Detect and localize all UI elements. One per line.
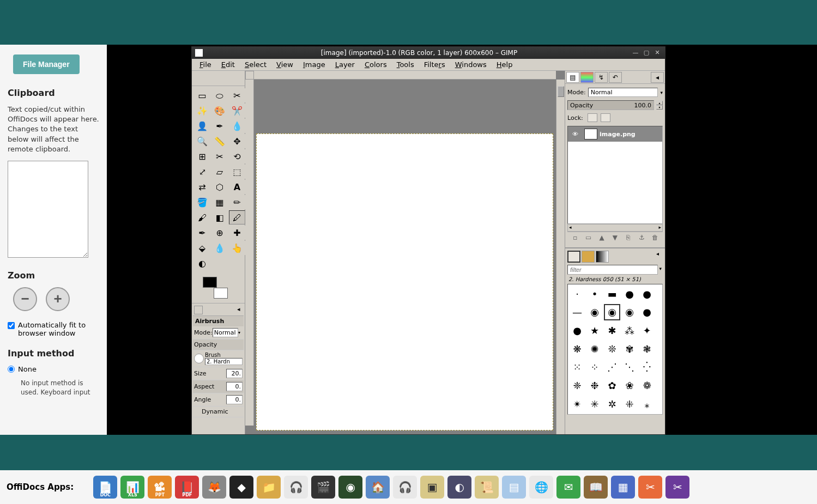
scroll-thumb-v[interactable] <box>558 86 564 97</box>
tool-airbrush[interactable]: 🖊 <box>229 210 245 224</box>
scrollbar-vertical[interactable] <box>556 80 565 434</box>
tool-free-select[interactable]: ✂ <box>229 88 245 102</box>
layers-tab-icon[interactable]: ▤ <box>566 72 579 83</box>
menu-view[interactable]: View <box>272 59 298 70</box>
brush-item[interactable]: • <box>586 286 603 302</box>
patterns-tab-icon[interactable] <box>582 251 595 263</box>
tool-measure[interactable]: 📏 <box>211 134 228 148</box>
menu-colors[interactable]: Colors <box>360 59 391 70</box>
tool-options-tab-icon[interactable] <box>194 306 203 314</box>
brush-item[interactable]: ❁ <box>639 378 655 394</box>
tool-perspective-clone[interactable]: ⬙ <box>194 241 210 255</box>
undo-tab-icon[interactable]: ↶ <box>609 72 622 83</box>
brushes-menu-icon[interactable]: ◂ <box>656 251 663 263</box>
brush-item[interactable]: ✾ <box>621 341 638 357</box>
brush-item[interactable]: ▬ <box>604 286 620 302</box>
brush-item[interactable]: ✦ <box>639 322 655 338</box>
tool-zoom[interactable]: 🔍 <box>194 134 210 148</box>
app-sweethome[interactable]: 🏠 <box>366 476 390 499</box>
app-pdf[interactable]: 📕PDF <box>175 476 199 499</box>
tool-eraser[interactable]: ◧ <box>211 210 228 224</box>
brush-item[interactable]: ✳ <box>586 396 603 412</box>
brush-item[interactable]: ❋ <box>569 341 585 357</box>
tool-brush-value[interactable]: 2. Hardn <box>205 358 243 365</box>
brush-item[interactable]: ✱ <box>604 322 620 338</box>
menu-file[interactable]: File <box>195 59 216 70</box>
brush-item[interactable]: ◉ <box>621 304 638 320</box>
app-book[interactable]: 📖 <box>584 476 608 499</box>
input-method-none-radio[interactable] <box>8 366 15 373</box>
layers-list[interactable]: 👁 image.png <box>567 126 663 224</box>
app-screenshot[interactable]: ✂ <box>638 476 662 499</box>
close-button[interactable]: ✕ <box>653 49 662 57</box>
file-manager-button[interactable]: File Manager <box>13 54 80 74</box>
tool-aspect-value[interactable]: 0. <box>226 382 243 391</box>
layers-opacity-slider[interactable]: Opacity 100.0 <box>567 100 654 110</box>
foreground-color[interactable] <box>203 277 217 288</box>
layer-visibility-icon[interactable]: 👁 <box>568 131 582 138</box>
maximize-button[interactable]: ▢ <box>642 49 651 57</box>
canvas[interactable] <box>256 133 553 430</box>
lock-alpha-icon[interactable] <box>601 113 610 122</box>
layer-group-icon[interactable]: ▭ <box>584 234 594 244</box>
app-tile[interactable]: ▦ <box>611 476 635 499</box>
brush-item[interactable]: ❉ <box>586 378 603 394</box>
tool-crop[interactable]: ✂ <box>211 149 228 163</box>
layer-up-icon[interactable]: ▲ <box>597 234 607 244</box>
tool-mode-select[interactable]: Normal <box>213 328 238 337</box>
tool-paths[interactable]: ✒ <box>211 119 228 133</box>
app-ppt[interactable]: 📽PPT <box>148 476 172 499</box>
brush-item[interactable]: ⋱ <box>621 359 638 375</box>
opacity-spin-down[interactable]: ▾ <box>656 105 663 110</box>
background-color[interactable] <box>214 288 228 299</box>
menu-filters[interactable]: Filters <box>420 59 450 70</box>
app-inkscape[interactable]: ◆ <box>229 476 253 499</box>
brush-item[interactable]: ⁎ <box>639 396 655 412</box>
layer-row[interactable]: 👁 image.png <box>568 126 662 142</box>
brush-item[interactable]: — <box>569 304 585 320</box>
brushes-tab-icon[interactable] <box>567 251 580 263</box>
tool-cage[interactable]: ⬡ <box>211 180 228 194</box>
tool-size-value[interactable]: 20. <box>226 369 243 378</box>
tool-perspective[interactable]: ⬚ <box>229 165 245 179</box>
app-scribus[interactable]: 📜 <box>475 476 499 499</box>
gradients-tab-icon[interactable] <box>596 251 609 263</box>
brush-item[interactable]: ⁂ <box>621 322 638 338</box>
tool-smudge[interactable]: 👆 <box>229 241 245 255</box>
zoom-in-button[interactable]: + <box>46 287 70 311</box>
brush-item[interactable]: ❃ <box>639 341 655 357</box>
fg-bg-colors[interactable] <box>203 277 230 299</box>
brush-item[interactable]: ★ <box>586 322 603 338</box>
app-audio[interactable]: 🎧 <box>284 476 308 499</box>
tool-text[interactable]: A <box>229 180 245 194</box>
tool-clone[interactable]: ⊕ <box>211 226 228 240</box>
clipboard-textarea[interactable] <box>8 161 88 258</box>
delete-layer-icon[interactable]: 🗑 <box>650 234 660 244</box>
app-doc[interactable]: 📄DOC <box>93 476 117 499</box>
tool-scissors[interactable]: ✂️ <box>229 104 245 118</box>
tool-heal[interactable]: ✚ <box>229 226 245 240</box>
app-treesheets[interactable]: ▤ <box>502 476 526 499</box>
tool-options-menu-icon[interactable]: ◂ <box>237 306 243 314</box>
app-lmms[interactable]: ◉ <box>338 476 362 499</box>
tool-blur[interactable]: 💧 <box>211 241 228 255</box>
brush-preview-icon[interactable] <box>194 354 204 363</box>
brush-item[interactable]: ✴ <box>569 396 585 412</box>
brush-item[interactable]: ⁙ <box>569 359 585 375</box>
duplicate-layer-icon[interactable]: ⎘ <box>624 234 633 244</box>
brush-item[interactable]: ⁛ <box>639 359 655 375</box>
tool-blend[interactable]: ▦ <box>211 195 228 209</box>
brush-item[interactable]: · <box>569 286 585 302</box>
brush-item[interactable]: ✿ <box>604 378 620 394</box>
menu-windows[interactable]: Windows <box>451 59 491 70</box>
app-xls[interactable]: 📊XLS <box>120 476 144 499</box>
brush-item[interactable]: ✲ <box>604 396 620 412</box>
tool-angle-value[interactable]: 0. <box>226 395 243 404</box>
brush-item[interactable]: ✺ <box>586 341 603 357</box>
layers-mode-select[interactable]: Normal <box>588 88 658 97</box>
menu-tools[interactable]: Tools <box>392 59 419 70</box>
tool-fuzzy-select[interactable]: ✨ <box>194 104 210 118</box>
app-gimp[interactable]: 🦊 <box>202 476 226 499</box>
app-mail[interactable]: ✉ <box>556 476 580 499</box>
channels-tab-icon[interactable] <box>580 72 594 83</box>
